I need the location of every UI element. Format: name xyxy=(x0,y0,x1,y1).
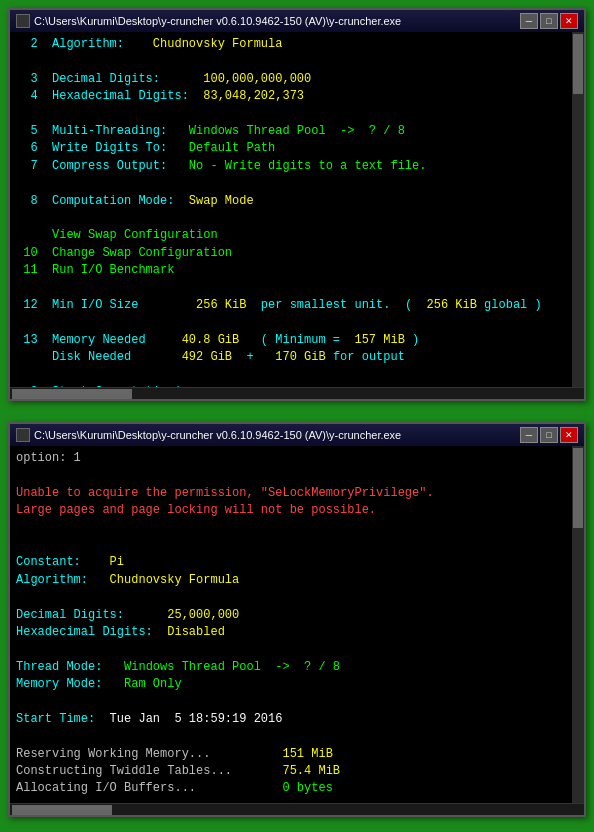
console-line: Unable to acquire the permission, "SeLoc… xyxy=(16,485,570,502)
vscrollbar-thumb1[interactable] xyxy=(573,34,583,94)
console-line xyxy=(16,641,570,658)
console-line: Allocating I/O Buffers... 0 bytes xyxy=(16,780,570,797)
console-line: Decimal Digits: 25,000,000 xyxy=(16,607,570,624)
console-line xyxy=(16,175,570,192)
console-output1: 2 Algorithm: Chudnovsky Formula 3 Decima… xyxy=(10,32,572,387)
scroll-area1: 2 Algorithm: Chudnovsky Formula 3 Decima… xyxy=(10,32,584,387)
app-icon1 xyxy=(16,14,30,28)
console-line: 6 Write Digits To: Default Path xyxy=(16,140,570,157)
console-line: Algorithm: Chudnovsky Formula xyxy=(16,572,570,589)
minimize-button2[interactable]: ─ xyxy=(520,427,538,443)
console-line xyxy=(16,279,570,296)
console-line xyxy=(16,589,570,606)
console-line: Hexadecimal Digits: Disabled xyxy=(16,624,570,641)
console-line: Disk Needed 492 GiB + 170 GiB for output xyxy=(16,349,570,366)
console-line: 5 Multi-Threading: Windows Thread Pool -… xyxy=(16,123,570,140)
maximize-button1[interactable]: □ xyxy=(540,13,558,29)
vscrollbar1[interactable] xyxy=(572,32,584,387)
scroll-area2: option: 1 Unable to acquire the permissi… xyxy=(10,446,584,803)
console-line: 3 Decimal Digits: 100,000,000,000 xyxy=(16,71,570,88)
minimize-button1[interactable]: ─ xyxy=(520,13,538,29)
console-line xyxy=(16,520,570,537)
console-line: 13 Memory Needed 40.8 GiB ( Minimum = 15… xyxy=(16,332,570,349)
console-line: View Swap Configuration xyxy=(16,227,570,244)
titlebar2: C:\Users\Kurumi\Desktop\y-cruncher v0.6.… xyxy=(10,424,584,446)
console-line: Memory Mode: Ram Only xyxy=(16,676,570,693)
console-line xyxy=(16,798,570,803)
window1: C:\Users\Kurumi\Desktop\y-cruncher v0.6.… xyxy=(8,8,586,401)
vscrollbar2[interactable] xyxy=(572,446,584,803)
console-line: Constant: Pi xyxy=(16,554,570,571)
window-controls2[interactable]: ─ □ ✕ xyxy=(520,427,578,443)
console-line: 0 Start Computation! xyxy=(16,384,570,387)
console-line: option: 1 xyxy=(16,450,570,467)
console-line xyxy=(16,210,570,227)
console-line: Large pages and page locking will not be… xyxy=(16,502,570,519)
hscrollbar-thumb2[interactable] xyxy=(12,805,112,815)
app-icon2 xyxy=(16,428,30,442)
window-title1: C:\Users\Kurumi\Desktop\y-cruncher v0.6.… xyxy=(34,15,520,27)
console-line: Start Time: Tue Jan 5 18:59:19 2016 xyxy=(16,711,570,728)
console-line: 12 Min I/O Size 256 KiB per smallest uni… xyxy=(16,297,570,314)
hscrollbar2[interactable] xyxy=(10,803,584,815)
console-line xyxy=(16,693,570,710)
hscrollbar1[interactable] xyxy=(10,387,584,399)
window-controls1[interactable]: ─ □ ✕ xyxy=(520,13,578,29)
console-line xyxy=(16,467,570,484)
console-line xyxy=(16,106,570,123)
window2: C:\Users\Kurumi\Desktop\y-cruncher v0.6.… xyxy=(8,422,586,817)
console-line xyxy=(16,728,570,745)
console-line: Thread Mode: Windows Thread Pool -> ? / … xyxy=(16,659,570,676)
maximize-button2[interactable]: □ xyxy=(540,427,558,443)
console-line xyxy=(16,537,570,554)
window-title2: C:\Users\Kurumi\Desktop\y-cruncher v0.6.… xyxy=(34,429,520,441)
console-line: 11 Run I/O Benchmark xyxy=(16,262,570,279)
close-button2[interactable]: ✕ xyxy=(560,427,578,443)
console-line xyxy=(16,366,570,383)
console-line: 8 Computation Mode: Swap Mode xyxy=(16,193,570,210)
console-line: 2 Algorithm: Chudnovsky Formula xyxy=(16,36,570,53)
console-line xyxy=(16,314,570,331)
console-line: 10 Change Swap Configuration xyxy=(16,245,570,262)
hscrollbar-thumb1[interactable] xyxy=(12,389,132,399)
titlebar1: C:\Users\Kurumi\Desktop\y-cruncher v0.6.… xyxy=(10,10,584,32)
console-line xyxy=(16,53,570,70)
console-output2: option: 1 Unable to acquire the permissi… xyxy=(10,446,572,803)
console-line: Reserving Working Memory... 151 MiB xyxy=(16,746,570,763)
console-line: Constructing Twiddle Tables... 75.4 MiB xyxy=(16,763,570,780)
console-line: 7 Compress Output: No - Write digits to … xyxy=(16,158,570,175)
console-line: 4 Hexadecimal Digits: 83,048,202,373 xyxy=(16,88,570,105)
close-button1[interactable]: ✕ xyxy=(560,13,578,29)
vscrollbar-thumb2[interactable] xyxy=(573,448,583,528)
